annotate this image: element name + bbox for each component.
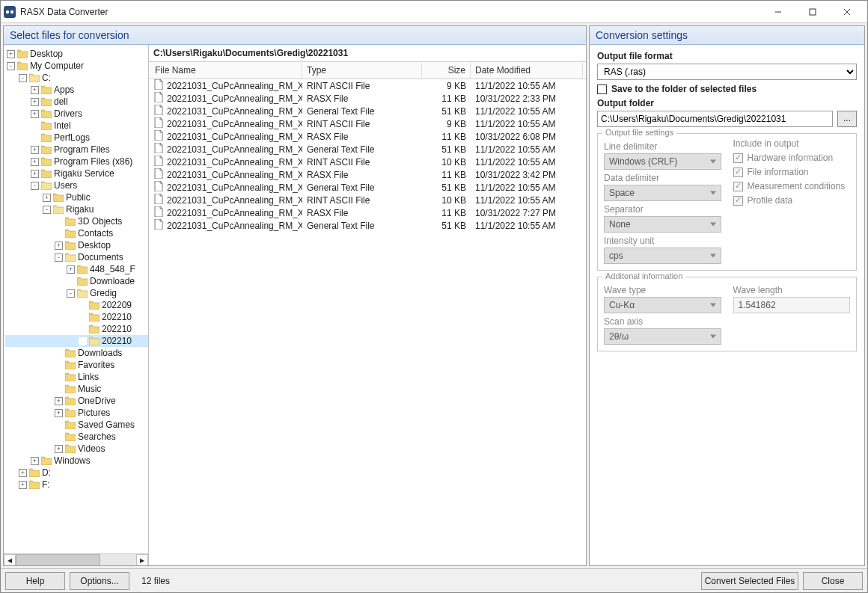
col-header-size[interactable]: Size (422, 62, 471, 79)
minimize-button[interactable] (761, 1, 795, 23)
save-to-folder-checkbox[interactable] (597, 85, 607, 94)
tree-item[interactable]: +Apps (5, 84, 148, 96)
file-row[interactable]: 20221031_CuPcAnnealing_RM_X...RINT ASCII… (149, 194, 586, 206)
close-button[interactable] (830, 1, 864, 23)
tree-item[interactable]: Downloads (5, 347, 148, 359)
col-header-date[interactable]: Date Modified (471, 62, 583, 79)
file-row[interactable]: 20221031_CuPcAnnealing_RM_X...General Te… (149, 219, 586, 232)
tree-item[interactable]: +Program Files (5, 144, 148, 156)
tree-item[interactable]: -C: (5, 72, 148, 84)
folder-tree[interactable]: +Desktop-My Computer-C:+Apps+dell+Driver… (4, 45, 148, 553)
expand-icon[interactable]: + (31, 457, 39, 465)
tree-item[interactable]: 202210 (5, 311, 148, 323)
scroll-thumb[interactable] (16, 554, 100, 566)
output-folder-input[interactable] (597, 111, 833, 127)
tree-item[interactable]: +Public (5, 191, 148, 203)
file-list[interactable]: 20221031_CuPcAnnealing_RM_X...RINT ASCII… (149, 79, 586, 565)
file-icon (153, 168, 167, 181)
tree-item[interactable]: Links (5, 371, 148, 383)
expand-icon[interactable]: + (31, 146, 39, 154)
tree-item[interactable]: -Documents (5, 251, 148, 263)
tree-item[interactable]: +448_548_F (5, 263, 148, 275)
file-list-header[interactable]: File Name Type Size Date Modified (149, 62, 586, 79)
file-row[interactable]: 20221031_CuPcAnnealing_RM_X...RASX File1… (149, 168, 586, 181)
tree-item[interactable]: -Rigaku (5, 203, 148, 215)
file-row[interactable]: 20221031_CuPcAnnealing_RM_X...RASX File1… (149, 130, 586, 143)
tree-item[interactable]: +Program Files (x86) (5, 156, 148, 168)
tree-item[interactable]: Saved Games (5, 419, 148, 431)
expand-icon[interactable]: + (19, 469, 27, 477)
collapse-icon[interactable]: - (7, 62, 15, 70)
tree-item[interactable]: Music (5, 383, 148, 395)
tree-item[interactable]: -Gredig (5, 287, 148, 299)
file-icon (153, 117, 167, 130)
collapse-icon[interactable]: - (19, 74, 27, 82)
help-button[interactable]: Help (5, 572, 65, 590)
file-name: 20221031_CuPcAnnealing_RM_X... (167, 119, 302, 129)
scroll-left-icon[interactable]: ◂ (4, 554, 16, 566)
col-header-name[interactable]: File Name (149, 62, 302, 79)
expand-icon[interactable]: + (67, 265, 75, 274)
expand-icon[interactable]: + (31, 158, 39, 166)
file-row[interactable]: 20221031_CuPcAnnealing_RM_X...RASX File1… (149, 206, 586, 219)
tree-item[interactable]: -Users (5, 179, 148, 191)
tree-item[interactable]: Downloade (5, 275, 148, 287)
tree-item[interactable]: +D: (5, 467, 148, 479)
file-row[interactable]: 20221031_CuPcAnnealing_RM_X...RINT ASCII… (149, 117, 586, 130)
file-row[interactable]: 20221031_CuPcAnnealing_RM_X...RINT ASCII… (149, 156, 586, 168)
scroll-right-icon[interactable]: ▸ (136, 554, 148, 566)
tree-item[interactable]: +Pictures (5, 407, 148, 419)
tree-item[interactable]: +Desktop (5, 239, 148, 251)
tree-item[interactable]: Contacts (5, 227, 148, 239)
file-row[interactable]: 20221031_CuPcAnnealing_RM_X...General Te… (149, 181, 586, 194)
expand-icon[interactable]: + (55, 242, 63, 250)
expander-spacer (55, 385, 63, 393)
tree-item[interactable]: -My Computer (5, 60, 148, 72)
expand-icon[interactable]: + (31, 98, 39, 106)
file-row[interactable]: 20221031_CuPcAnnealing_RM_X...General Te… (149, 105, 586, 117)
output-folder-label: Output folder (597, 98, 857, 108)
expand-icon[interactable]: + (55, 445, 63, 453)
tree-item[interactable]: 202209 (5, 299, 148, 311)
options-button[interactable]: Options... (70, 572, 129, 590)
file-row[interactable]: 20221031_CuPcAnnealing_RM_X...General Te… (149, 143, 586, 156)
expand-icon[interactable]: + (19, 481, 27, 489)
scroll-track[interactable] (16, 554, 136, 566)
tree-item[interactable]: +Rigaku Service (5, 168, 148, 179)
maximize-button[interactable] (795, 1, 830, 23)
collapse-icon[interactable]: - (31, 182, 39, 190)
expand-icon[interactable]: + (31, 110, 39, 118)
expand-icon[interactable]: + (7, 50, 15, 58)
collapse-icon[interactable]: - (67, 289, 75, 298)
collapse-icon[interactable]: - (55, 254, 63, 262)
tree-item[interactable]: Searches (5, 431, 148, 443)
tree-item[interactable]: +Desktop (5, 48, 148, 60)
output-format-select[interactable]: RAS (.ras) (597, 64, 857, 80)
expand-icon[interactable]: + (43, 194, 51, 202)
file-row[interactable]: 20221031_CuPcAnnealing_RM_X...RINT ASCII… (149, 79, 586, 92)
tree-item[interactable]: +dell (5, 96, 148, 108)
convert-button[interactable]: Convert Selected Files (701, 572, 798, 590)
tree-item[interactable]: 3D Objects (5, 215, 148, 227)
expand-icon[interactable]: + (31, 86, 39, 94)
tree-item[interactable]: +Videos (5, 443, 148, 455)
browse-button[interactable]: ... (837, 111, 857, 127)
tree-item[interactable]: +Drivers (5, 108, 148, 120)
expand-icon[interactable]: + (55, 397, 63, 405)
tree-item[interactable]: PerfLogs (5, 132, 148, 144)
tree-h-scrollbar[interactable]: ◂ ▸ (4, 553, 148, 565)
expand-icon[interactable]: + (55, 409, 63, 417)
tree-item[interactable]: 202210 (5, 323, 148, 335)
tree-item[interactable]: 202210 (5, 335, 148, 347)
tree-item[interactable]: +OneDrive (5, 395, 148, 407)
tree-item[interactable]: +Windows (5, 455, 148, 467)
tree-item[interactable]: +F: (5, 479, 148, 491)
col-header-type[interactable]: Type (302, 62, 422, 79)
collapse-icon[interactable]: - (43, 206, 51, 214)
tree-item-label: Program Files (54, 144, 110, 156)
file-row[interactable]: 20221031_CuPcAnnealing_RM_X...RASX File1… (149, 92, 586, 105)
tree-item[interactable]: Intel (5, 120, 148, 132)
expand-icon[interactable]: + (31, 170, 39, 178)
close-dialog-button[interactable]: Close (803, 572, 863, 590)
tree-item[interactable]: Favorites (5, 359, 148, 371)
